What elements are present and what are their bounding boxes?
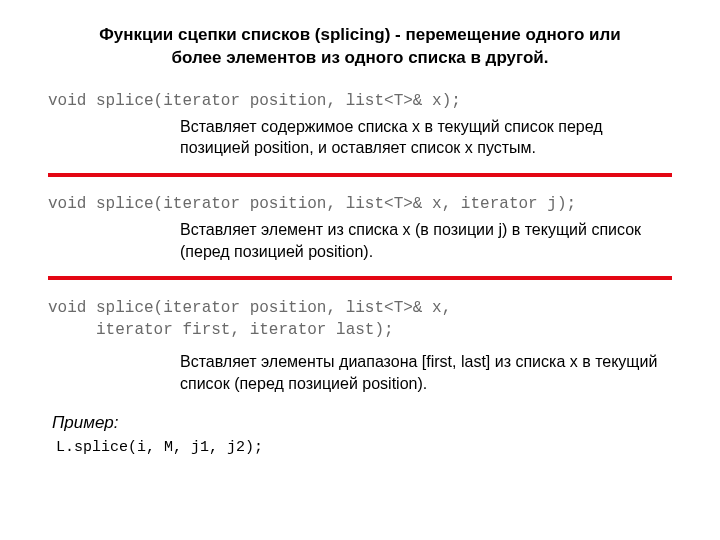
section-2: void splice(iterator position, list<T>& … [48, 195, 672, 262]
divider-2 [48, 276, 672, 280]
page-title: Функции сцепки списков (splicing) - пере… [80, 24, 640, 70]
example-label: Пример: [52, 413, 672, 433]
description-2: Вставляет элемент из списка x (в позиции… [180, 219, 672, 262]
section-3: void splice(iterator position, list<T>& … [48, 298, 672, 394]
section-1: void splice(iterator position, list<T>& … [48, 92, 672, 159]
description-3: Вставляет элементы диапазона [first, las… [180, 351, 672, 394]
code-signature-3: void splice(iterator position, list<T>& … [48, 298, 672, 341]
code-signature-2: void splice(iterator position, list<T>& … [48, 195, 672, 213]
example-code: L.splice(i, M, j1, j2); [56, 439, 672, 456]
code-signature-1: void splice(iterator position, list<T>& … [48, 92, 672, 110]
description-1: Вставляет содержимое списка x в текущий … [180, 116, 672, 159]
divider-1 [48, 173, 672, 177]
